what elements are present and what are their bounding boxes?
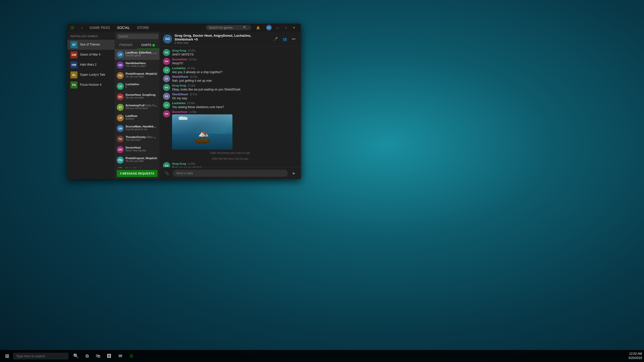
message-requests-button[interactable]: 3 MESSAGE REQUESTS [117,170,157,177]
maximize-button[interactable]: □ [282,25,290,31]
chat-search-input[interactable] [117,34,158,39]
chat-header-actions: 🎤 👥 ••• [272,35,297,43]
chat-name-7: LastRoar [126,114,157,117]
chats-badge: 5 [152,44,155,47]
msg-text-4: Nah, just getting it set up now [172,79,297,83]
taskbar-photos-icon[interactable]: 🖼 [105,351,114,360]
game-pass-nav-button[interactable]: GAME PASS [88,25,112,31]
chat-item-3[interactable]: PD PirateDropout, Ninjalchi Ok see you l… [115,70,159,81]
chat-preview-5: Ok see you later [126,96,157,99]
chat-item-10[interactable]: DH DoctorHoot Never skip leg day [115,144,159,155]
taskbar-search-icon[interactable]: 🔍 [71,351,80,360]
chat-preview-2: You ready to play? [126,65,157,67]
profile-button[interactable]: GG [264,24,274,31]
game-thumbnail-gow: GW [70,51,77,58]
msg-text-2: Ahoy!!!!! [172,61,297,66]
game-item-hw[interactable]: HW Halo Wars 2 [67,60,115,70]
game-search-input[interactable] [209,26,242,29]
taskbar-search-input[interactable] [13,353,68,359]
taskbar-store-icon[interactable]: 🛍 [94,351,103,360]
store-nav-button[interactable]: STORE [135,25,151,31]
xbox-app-window: ⊞ ‹ GAME PASS SOCIAL STORE 🔍 🔔 GG [67,24,301,179]
close-button[interactable]: ✕ [290,25,298,31]
party-chat-icon-btn[interactable]: 🎤 [272,35,279,43]
chat-item-9[interactable]: TG ThunderGrizzly Ellen Haynes You see t… [115,134,159,144]
chat-item-8[interactable]: SM ScurvyMate, HandlebarHans, Last... +5… [115,123,159,134]
svg-rect-7 [202,131,205,133]
game-item-sot[interactable]: ST Sea of Thieves [67,40,115,50]
game-search-bar: 🔍 [206,25,251,30]
taskbar-date-display: 5/20/2019 [629,356,642,360]
chat-item-4[interactable]: LU LuchaUno k [115,81,159,92]
chat-name-8: ScurvyMate, HandlebarHans, Last... +5 [126,125,157,128]
msg-text-1: AHOY MATEYS [172,53,297,57]
search-icon: 🔍 [243,26,247,29]
msg-text-5: Okay, looks like we just waiting on you … [172,87,297,92]
msg-time-6: 10:37a [190,93,197,96]
invite-icon-btn[interactable]: 👥 [281,35,288,43]
avatar-5: DG [117,93,124,100]
message-row-4: SS ShieldShark 10:32a Nah, just getting … [163,75,297,83]
start-button[interactable]: ⊞ [2,351,12,361]
svg-rect-1 [196,139,209,142]
ship-svg [191,129,214,144]
avatar-6: ST [117,104,124,111]
msg-avatar-11: GG [163,162,170,167]
notifications-button[interactable]: 🔔 [254,25,262,31]
chat-item-7[interactable]: LR LastRoar Buhbye [115,113,159,123]
social-nav-button[interactable]: SOCIAL [115,25,132,31]
taskbar-time-display: 12:02 AM [629,352,642,356]
chats-tab[interactable]: CHATS5 [137,41,159,49]
msg-avatar-7: LU [163,102,170,109]
msg-avatar-3: LU [163,67,170,74]
game-thumbnail-fh: FH [70,81,77,88]
friends-tab[interactable]: FRIENDS [115,41,137,49]
send-button[interactable]: ➤ [290,169,297,177]
chat-item-5[interactable]: DG DoctorHoot, GrogGrog Ok see you later [115,92,159,102]
minimize-button[interactable]: — [274,25,282,31]
chat-list-panel: 🔍 ✏ FRIENDS CHATS5 LR LastRoar, ElderRed… [115,32,159,179]
avatar-4: LU [117,83,124,90]
chat-item-2[interactable]: HH HandlebarHans You ready to play? [115,60,159,70]
taskbar-right-area: 12:02 AM 5/20/2019 [629,352,642,360]
game-item-gow[interactable]: GW Gears of War 4 [67,50,115,60]
chat-item-1[interactable]: LR LastRoar, ElderRed, Grog Grog, H... S… [115,49,159,60]
avatar-1: LR [117,51,124,58]
attach-button[interactable]: 📎 [163,169,171,177]
msg-name-11: Grog Grog [172,162,186,165]
taskbar-mail-icon[interactable]: ✉ [116,351,125,360]
msg-name-6: ShieldShark [172,93,188,96]
message-input-bar: 📎 ➤ [159,167,301,179]
message-input[interactable] [173,170,288,177]
taskbar-task-view-icon[interactable]: ⧉ [83,351,92,360]
back-button[interactable]: ‹ [79,25,85,31]
chat-group-status: 2 here now [175,41,269,44]
installed-games-sidebar: Installed Games ST Sea of Thieves GW Gea… [67,32,115,179]
app-body: Installed Games ST Sea of Thieves GW Gea… [67,32,301,179]
msg-name-7: LuchaUno [172,102,186,105]
avatar-8: SM [117,125,124,132]
avatar-7: LR [117,114,124,121]
chat-item-11[interactable]: PN PirateDropout, Ninjalchi Ok see you l… [115,155,159,165]
more-options-btn[interactable]: ••• [290,35,297,43]
message-row-2: DH DoctorHoot 10:22a Ahoy!!!!! [163,58,297,66]
msg-image-attachment [172,114,232,150]
taskbar-xbox-icon[interactable]: ⊞ [127,351,136,360]
chat-group-avatar: GG [163,34,172,43]
game-item-fh[interactable]: FH Forza Horizon 4 [67,80,115,90]
chat-preview-3: Ok see you later [126,75,157,78]
avatar-10: DH [117,146,124,153]
message-row-3: LU LuchaUno 10:24a Are you 3 already on … [163,67,297,74]
chat-header: GG Grog Grog, Doctor Hoot, AngryDonut, L… [159,32,301,47]
msg-time-1: 10:20a [188,49,195,52]
muted-icon-1: 🔕 [154,52,157,55]
chat-item-12[interactable]: SS ShieldShark GG [115,165,159,168]
msg-avatar-2: DH [163,58,170,65]
chat-name-3: PirateDropout, Ninjalchi [126,72,157,75]
msg-text-6: On my way [172,96,297,101]
chat-item-6[interactable]: ST SchemingTroll Kirby Raley Did you rec… [115,102,159,113]
avatar-3: PD [117,72,124,79]
game-thumbnail-hw: HW [70,61,77,68]
game-item-slt[interactable]: SL Super Lucky's Tale [67,70,115,80]
msg-text-3: Are you 3 already on a ship together? [172,70,297,74]
